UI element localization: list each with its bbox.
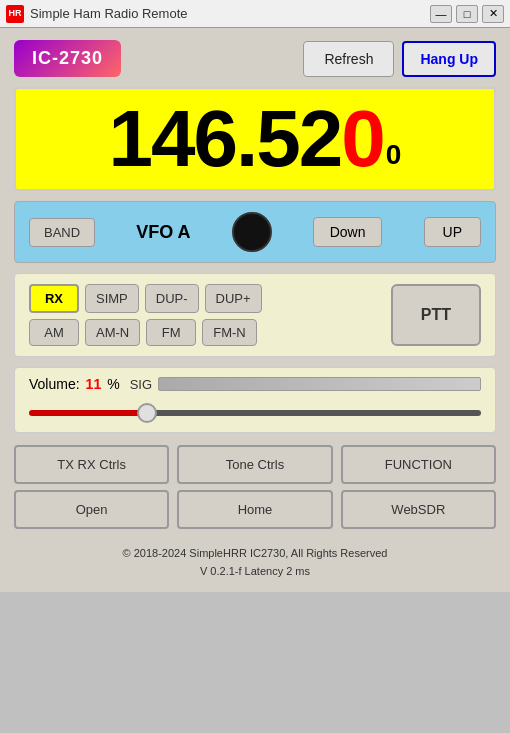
refresh-button[interactable]: Refresh	[303, 41, 394, 77]
volume-bar: Volume: 11 % SIG	[14, 367, 496, 433]
mode-am-n-button[interactable]: AM-N	[85, 319, 140, 346]
footer-line1: © 2018-2024 SimpleHRR IC2730, All Rights…	[14, 545, 496, 563]
frequency-display: 146.52 0 0	[14, 87, 496, 191]
mode-buttons-group: RX SIMP DUP- DUP+ AM AM-N FM FM-N	[29, 284, 383, 346]
mode-row-2: AM AM-N FM FM-N	[29, 319, 383, 346]
title-bar-left: HR Simple Ham Radio Remote	[6, 5, 188, 23]
mode-fm-n-button[interactable]: FM-N	[202, 319, 257, 346]
volume-top: Volume: 11 % SIG	[29, 376, 481, 392]
tone-ctrls-button[interactable]: Tone Ctrls	[177, 445, 332, 484]
tx-rx-ctrls-button[interactable]: TX RX Ctrls	[14, 445, 169, 484]
frequency-main: 146.52	[109, 99, 342, 179]
volume-unit: %	[107, 376, 119, 392]
mode-rx-button[interactable]: RX	[29, 284, 79, 313]
close-button[interactable]: ✕	[482, 5, 504, 23]
frequency-decimal: 0	[341, 99, 386, 179]
mode-dup-minus-button[interactable]: DUP-	[145, 284, 199, 313]
footer-line2: V 0.2.1-f Latency 2 ms	[14, 563, 496, 581]
function-button[interactable]: FUNCTION	[341, 445, 496, 484]
websdr-button[interactable]: WebSDR	[341, 490, 496, 529]
app-icon: HR	[6, 5, 24, 23]
title-bar: HR Simple Ham Radio Remote — □ ✕	[0, 0, 510, 28]
footer: © 2018-2024 SimpleHRR IC2730, All Rights…	[14, 545, 496, 580]
open-button[interactable]: Open	[14, 490, 169, 529]
minimize-button[interactable]: —	[430, 5, 452, 23]
mode-simp-button[interactable]: SIMP	[85, 284, 139, 313]
volume-label: Volume:	[29, 376, 80, 392]
window-controls: — □ ✕	[430, 5, 504, 23]
band-button[interactable]: BAND	[29, 218, 95, 247]
maximize-button[interactable]: □	[456, 5, 478, 23]
mode-dup-plus-button[interactable]: DUP+	[205, 284, 262, 313]
mode-am-button[interactable]: AM	[29, 319, 79, 346]
window-title: Simple Ham Radio Remote	[30, 6, 188, 21]
top-bar-buttons: Refresh Hang Up	[303, 41, 496, 77]
hangup-button[interactable]: Hang Up	[402, 41, 496, 77]
mode-row-1: RX SIMP DUP- DUP+	[29, 284, 383, 313]
volume-value: 11	[86, 376, 102, 392]
vfo-bar: BAND VFO A Down UP	[14, 201, 496, 263]
frequency-sub: 0	[386, 139, 402, 171]
volume-slider-container	[29, 398, 481, 424]
mode-fm-button[interactable]: FM	[146, 319, 196, 346]
down-button[interactable]: Down	[313, 217, 383, 247]
nav-row-1: TX RX Ctrls Tone Ctrls FUNCTION	[14, 445, 496, 484]
volume-slider[interactable]	[29, 410, 481, 416]
vfo-label: VFO A	[136, 222, 190, 243]
vfo-knob[interactable]	[232, 212, 272, 252]
radio-badge: IC-2730	[14, 40, 121, 77]
up-button[interactable]: UP	[424, 217, 481, 247]
sig-label: SIG	[130, 377, 152, 392]
mode-bar: RX SIMP DUP- DUP+ AM AM-N FM FM-N PTT	[14, 273, 496, 357]
top-bar: IC-2730 Refresh Hang Up	[14, 40, 496, 77]
sig-meter	[158, 377, 481, 391]
ptt-button[interactable]: PTT	[391, 284, 481, 346]
home-button[interactable]: Home	[177, 490, 332, 529]
bottom-buttons: TX RX Ctrls Tone Ctrls FUNCTION Open Hom…	[14, 445, 496, 529]
nav-row-2: Open Home WebSDR	[14, 490, 496, 529]
main-content: IC-2730 Refresh Hang Up 146.52 0 0 BAND …	[0, 28, 510, 592]
